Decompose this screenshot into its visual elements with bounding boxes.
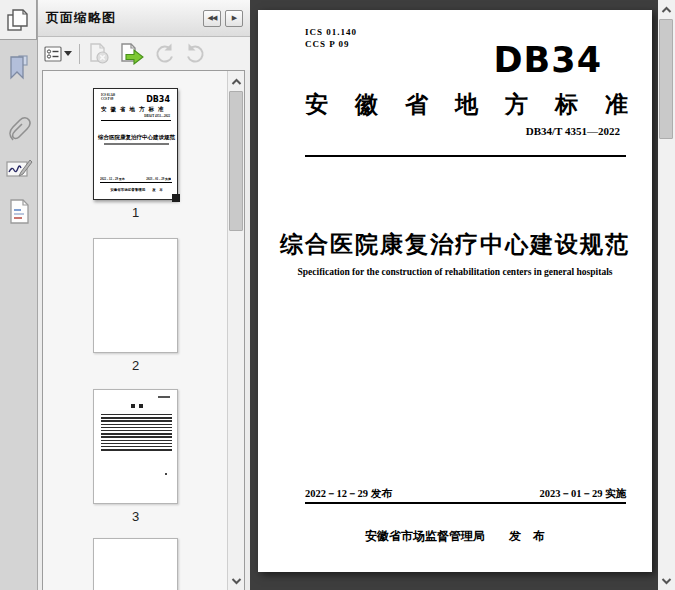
scroll-up-button[interactable]	[658, 1, 675, 18]
toolbar-separator	[79, 44, 80, 64]
delete-page-button	[86, 41, 112, 66]
page-number-label: 2	[93, 358, 178, 373]
mini-title: 综合医院康复治疗中心建设规范	[94, 134, 177, 141]
thumbnails-panel: 页面缩略图 ◀◀ ▶	[38, 0, 250, 590]
rotate-left-button	[152, 41, 177, 66]
ics-codes: ICS 01.140 CCS P 09	[305, 26, 357, 50]
standard-name: 安徽省地方标准	[305, 89, 655, 120]
chevron-down-icon	[661, 577, 672, 585]
document-title: 综合医院康复治疗中心建设规范	[258, 229, 652, 260]
mini-standard-number: DB34/T 4351—2022	[144, 114, 170, 118]
standard-number: DB34/T 4351—2022	[526, 125, 620, 137]
page-thumbnails-icon	[5, 7, 31, 33]
publisher: 安徽省市场监督管理局 发 布	[258, 528, 652, 545]
extract-page-button[interactable]	[118, 41, 146, 66]
thumbnails-scrollbar[interactable]	[227, 71, 244, 590]
sidebar-item-attachments[interactable]	[0, 116, 38, 144]
ccs-line: CCS P 09	[305, 38, 357, 50]
implementation-date: 2023－01－29 实施	[539, 487, 626, 501]
page-number-label: 3	[93, 509, 178, 524]
mini-standard-name: 安徽省地方标准	[101, 106, 168, 113]
mini-ics: ICS 01.140 CCS P 09	[101, 93, 115, 101]
mini-subtitle-bar	[104, 143, 169, 145]
signatures-icon	[5, 158, 33, 182]
mini-rule	[101, 120, 171, 121]
thumbnail-page-4[interactable]	[93, 538, 178, 590]
chevron-down-icon	[231, 577, 242, 585]
sidebar-icon-strip	[0, 0, 38, 590]
document-viewer: ICS 01.140 CCS P 09 DB34 安徽省地方标准 DB34/T …	[250, 0, 675, 590]
sidebar-item-bookmarks[interactable]	[0, 54, 38, 82]
thumbnail-heading-marks	[94, 404, 179, 408]
header-rule	[305, 155, 626, 157]
footer-rule	[305, 502, 626, 504]
mini-dates: 2022－12－29 发布 2023－01－29 实施	[100, 177, 171, 181]
mini-publisher: 安徽省市场监督管理局 发 布	[94, 188, 177, 192]
date-row: 2022－12－29 发布 2023－01－29 实施	[305, 487, 626, 501]
thumbnails-toolbar	[38, 37, 250, 70]
rotate-left-icon	[153, 42, 176, 65]
collapse-panel-button[interactable]: ◀◀	[203, 10, 221, 27]
thumbnail-page-1[interactable]: ICS 01.140 CCS P 09 DB34 安徽省地方标准 DB34/T …	[93, 88, 178, 200]
thumbnail-text-dot	[165, 473, 167, 475]
pdf-reader-window: 页面缩略图 ◀◀ ▶	[0, 0, 675, 590]
sidebar-item-signatures[interactable]	[0, 158, 38, 182]
thumbnail-text-lines	[101, 414, 172, 452]
document-scrollbar[interactable]	[658, 0, 675, 590]
thumbnail-page-2[interactable]	[93, 238, 178, 353]
comments-icon	[7, 198, 31, 226]
sidebar-item-comments[interactable]	[0, 198, 38, 226]
attachments-icon	[6, 116, 32, 144]
scroll-down-button[interactable]	[658, 572, 675, 589]
mini-rule-bottom	[100, 182, 172, 183]
expand-panel-button[interactable]: ▶	[225, 10, 243, 27]
document-title-english: Specification for the construction of re…	[258, 267, 652, 277]
rotate-right-icon	[184, 42, 207, 65]
chevron-up-icon	[231, 78, 242, 86]
panel-title: 页面缩略图	[46, 9, 203, 27]
document-page: ICS 01.140 CCS P 09 DB34 安徽省地方标准 DB34/T …	[258, 10, 652, 572]
chevron-down-icon	[64, 51, 72, 56]
scrollbar-thumb[interactable]	[659, 19, 673, 139]
scroll-up-button[interactable]	[228, 73, 245, 90]
scrollbar-thumb[interactable]	[229, 91, 243, 231]
chevron-up-icon	[661, 6, 672, 14]
thumbnails-list: ICS 01.140 CCS P 09 DB34 安徽省地方标准 DB34/T …	[42, 70, 245, 590]
delete-page-icon	[87, 42, 111, 65]
options-menu-button[interactable]	[43, 45, 73, 63]
panel-header: 页面缩略图 ◀◀ ▶	[38, 0, 250, 37]
options-icon	[44, 46, 62, 62]
scroll-down-button[interactable]	[228, 572, 245, 589]
mini-logo: DB34	[146, 95, 170, 104]
extract-page-icon	[119, 42, 145, 65]
ics-line: ICS 01.140	[305, 26, 357, 38]
rotate-right-button	[183, 41, 208, 66]
thumbnail-text-line	[158, 396, 170, 398]
page-number-label: 1	[93, 205, 178, 220]
thumbnail-page-3[interactable]	[93, 389, 178, 504]
thumbnail-resize-handle[interactable]	[172, 194, 180, 202]
sidebar-item-page-thumbnails[interactable]	[0, 0, 37, 40]
thumbnail-cover-preview: ICS 01.140 CCS P 09 DB34 安徽省地方标准 DB34/T …	[94, 89, 177, 199]
issue-date: 2022－12－29 发布	[305, 487, 392, 501]
db34-logo: DB34	[494, 40, 602, 80]
bookmarks-icon	[7, 54, 31, 82]
